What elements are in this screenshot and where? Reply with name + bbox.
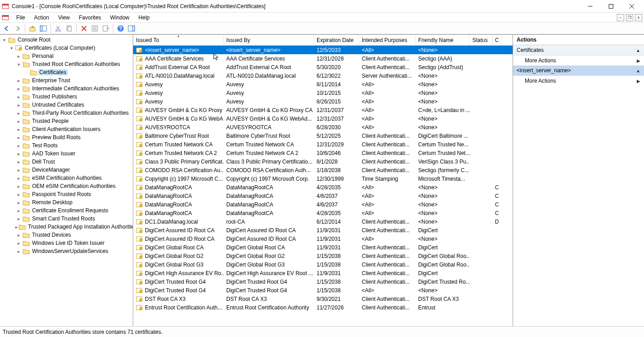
tree-item[interactable]: ▸AAD Token Issuer [15, 150, 133, 158]
expander-icon[interactable]: ▸ [15, 191, 22, 197]
expander-icon[interactable]: ▸ [15, 126, 22, 132]
menu-action[interactable]: Action [29, 14, 53, 22]
expander-icon[interactable]: ▸ [15, 175, 22, 181]
tree-item[interactable]: ▸Remote Desktop [15, 198, 133, 206]
table-row[interactable]: AAA Certificate ServicesAAA Certificate … [133, 54, 513, 63]
table-row[interactable]: AddTrust External CA RootAddTrust Extern… [133, 63, 513, 71]
expander-icon[interactable]: ▸ [15, 85, 22, 92]
expander-icon[interactable]: ▾ [1, 37, 7, 43]
table-row[interactable]: Copyright (c) 1997 Microsoft C...Copyrig… [133, 174, 513, 183]
expander-icon[interactable]: ▸ [15, 150, 22, 157]
expander-icon[interactable]: ▸ [15, 240, 22, 246]
delete-button[interactable] [79, 23, 89, 33]
tree-certificates-local-computer[interactable]: ▾ Certificates (Local Computer) [8, 44, 133, 52]
expander-icon[interactable]: ▸ [15, 159, 22, 165]
table-row[interactable]: AuvesyAuvesy8/26/2015<All><None> [133, 97, 513, 106]
table-row[interactable]: ATL-N0010.DataManag.localATL-N0010.DataM… [133, 71, 513, 80]
table-row[interactable]: Class 3 Public Primary Certificat...Clas… [133, 157, 513, 166]
properties-button[interactable] [90, 23, 100, 33]
expander-icon[interactable]: ▾ [8, 45, 14, 51]
table-row[interactable]: DC1.DataManag.localroot-CA6/12/2014Clien… [133, 217, 513, 226]
expander-icon[interactable]: ▸ [15, 94, 22, 100]
tree-item[interactable]: ▸eSIM Certification Authorities [15, 174, 133, 182]
tree-item[interactable]: ▸Passpoint Trusted Roots [15, 190, 133, 198]
table-row[interactable]: AuvesyAuvesy10/1/2015<All><None> [133, 89, 513, 97]
tree-item[interactable]: ▸Personal [15, 52, 133, 60]
menu-window[interactable]: Window [106, 14, 134, 22]
tree-item[interactable]: ▸Intermediate Certification Authorities [15, 84, 133, 93]
tree-item[interactable]: ▸Third-Party Root Certification Authorit… [15, 109, 133, 117]
table-row[interactable]: DigiCert High Assurance EV Ro...DigiCert… [133, 269, 513, 277]
tree-item[interactable]: ▸WindowsServerUpdateServices [15, 247, 133, 255]
menu-favorites[interactable]: Favorites [75, 14, 106, 22]
show-hide-tree-button[interactable] [38, 23, 48, 33]
cut-button[interactable] [53, 23, 63, 33]
tree-item[interactable]: ▸Trusted Packaged App Installation Autho… [15, 223, 133, 231]
tree-item-certificates[interactable]: Certificates [23, 68, 133, 76]
mdi-restore-button[interactable]: ❐ [626, 14, 633, 21]
column-friendly-name[interactable]: Friendly Name [415, 35, 470, 45]
expander-icon[interactable]: ▸ [15, 134, 22, 140]
forward-button[interactable] [13, 23, 23, 33]
expander-icon[interactable]: ▸ [15, 77, 22, 84]
table-row[interactable]: DigiCert Global Root G2DigiCert Global R… [133, 252, 513, 260]
menu-help[interactable]: Help [134, 14, 154, 22]
expander-icon[interactable]: ▸ [15, 207, 22, 214]
expander-icon[interactable]: ▸ [15, 199, 22, 206]
export-list-button[interactable] [101, 23, 111, 33]
table-row[interactable]: DST Root CA X3DST Root CA X39/30/2021Cli… [133, 295, 513, 303]
expander-icon[interactable]: ▸ [15, 224, 18, 230]
tree-item[interactable]: ▸Preview Build Roots [15, 133, 133, 141]
table-row[interactable]: Entrust Root Certification Auth...Entrus… [133, 303, 513, 312]
tree-item[interactable]: ▸Trusted Devices [15, 231, 133, 239]
maximize-button[interactable] [601, 0, 621, 13]
table-row[interactable]: Certum Trusted Network CA 2Certum Truste… [133, 149, 513, 157]
expander-icon[interactable]: ▸ [15, 110, 22, 116]
scope-tree[interactable]: ▾ Console Root ▾ Certificates (Local Com… [0, 35, 133, 326]
expander-icon[interactable]: ▸ [15, 142, 22, 149]
expander-icon[interactable]: ▸ [15, 118, 22, 124]
tree-item[interactable]: ▸Trusted People [15, 117, 133, 125]
tree-item[interactable]: ▸Test Roots [15, 141, 133, 150]
table-row[interactable]: DigiCert Assured ID Root CADigiCert Assu… [133, 234, 513, 243]
table-row[interactable]: AUVESY GmbH & Co KG WebA...AUVESY GmbH &… [133, 114, 513, 123]
tree-item[interactable]: ▾Trusted Root Certification Authorities [15, 60, 133, 68]
mdi-minimize-button[interactable]: – [617, 14, 624, 21]
column-intended-purposes[interactable]: Intended Purposes [359, 35, 415, 45]
expander-icon[interactable]: ▸ [15, 167, 22, 173]
table-row[interactable]: DataManagRootCADataManagRootCA4/28/2035<… [133, 209, 513, 217]
tree-item[interactable]: ▸Untrusted Certificates [15, 101, 133, 109]
column-status[interactable]: Status [470, 35, 492, 45]
table-row[interactable]: <insert_server_name><insert_server_name>… [133, 46, 513, 54]
table-row[interactable]: AUVESY GmbH & Co KG Proxy ...AUVESY GmbH… [133, 106, 513, 114]
tree-item[interactable]: ▸Dell Trust [15, 158, 133, 166]
back-button[interactable] [2, 23, 12, 33]
table-row[interactable]: DataManagRootCADataManagRootCA4/6/2037<A… [133, 192, 513, 200]
column-issued-by[interactable]: Issued By [224, 35, 314, 45]
table-row[interactable]: AUVESYROOTCAAUVESYROOTCA6/28/2030<All><N… [133, 123, 513, 131]
copy-button[interactable] [64, 23, 74, 33]
expander-icon[interactable]: ▸ [15, 183, 22, 189]
tree-item[interactable]: ▸Smart Card Trusted Roots [15, 215, 133, 223]
list-body[interactable]: <insert_server_name><insert_server_name>… [133, 46, 513, 326]
column-expiration-date[interactable]: Expiration Date [314, 35, 359, 45]
table-row[interactable]: COMODO RSA Certification Au...COMODO RSA… [133, 166, 513, 174]
expander-icon[interactable]: ▸ [15, 232, 22, 238]
actions-more-certificates[interactable]: More Actions ▶ [513, 56, 644, 66]
table-row[interactable]: Certum Trusted Network CACertum Trusted … [133, 140, 513, 149]
menu-file[interactable]: File [12, 14, 29, 22]
expander-icon[interactable]: ▾ [15, 61, 22, 67]
actions-section-certificates[interactable]: Certificates ▲ [513, 45, 644, 56]
table-row[interactable]: DataManagRootCADataManagRootCA4/6/2037<A… [133, 200, 513, 209]
tree-item[interactable]: ▸Enterprise Trust [15, 76, 133, 84]
actions-more-selected[interactable]: More Actions ▶ [513, 76, 644, 86]
up-button[interactable] [28, 23, 37, 33]
minimize-button[interactable] [580, 0, 601, 13]
tree-item[interactable]: ▸OEM eSIM Certification Authorities [15, 182, 133, 190]
mdi-close-button[interactable]: × [635, 14, 642, 21]
tree-item[interactable]: ▸Trusted Publishers [15, 93, 133, 101]
actions-section-selected[interactable]: <insert_server_name> ▲ [513, 66, 644, 76]
menu-view[interactable]: View [54, 14, 75, 22]
table-row[interactable]: DigiCert Trusted Root G4DigiCert Trusted… [133, 286, 513, 295]
action-pane-toggle-button[interactable] [126, 23, 136, 33]
